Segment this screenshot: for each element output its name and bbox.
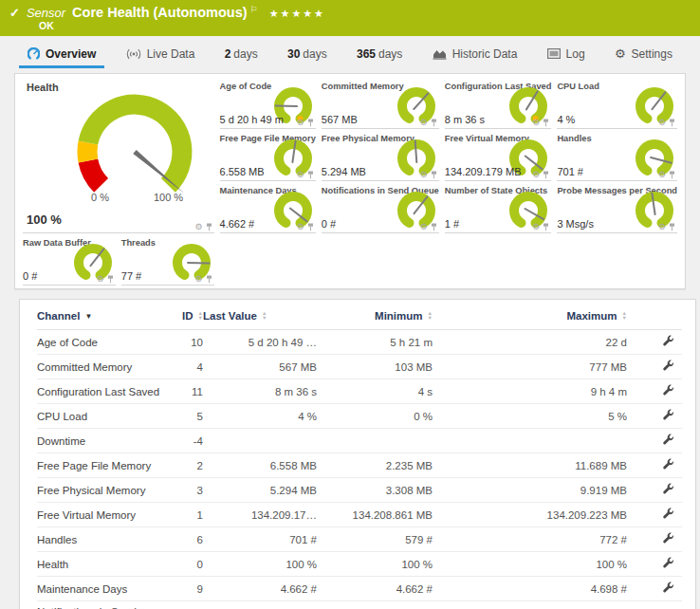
cell-actions — [627, 577, 682, 601]
cell-channel: Age of Code — [37, 330, 170, 355]
cell-channel: Configuration Last Saved — [37, 379, 170, 404]
pin-icon[interactable] — [669, 119, 675, 127]
gauge-panel-age-of-code[interactable]: Age of Code5 d 20 h 49 m⚙ — [220, 80, 316, 129]
pin-icon[interactable] — [543, 171, 549, 179]
health-gauge-panel[interactable]: Health 0 % 100 % 100 % ⚙ — [23, 80, 214, 233]
cell-channel: Free Virtual Memory — [37, 503, 170, 527]
cell-maximum: 9 h 4 m — [433, 379, 627, 404]
cell-minimum: 2.235 MB — [317, 453, 433, 478]
pin-icon[interactable] — [307, 223, 314, 231]
gauge-icon — [28, 47, 40, 60]
tab-live-data[interactable]: Live Data — [121, 36, 200, 71]
cell-actions — [627, 429, 682, 453]
gear-icon[interactable]: ⚙ — [532, 223, 540, 231]
channel-settings-wrench-icon[interactable] — [662, 508, 674, 520]
channel-settings-wrench-icon[interactable] — [662, 335, 674, 347]
pin-icon[interactable] — [543, 223, 549, 231]
cell-id: 6 — [170, 527, 203, 552]
gear-icon[interactable]: ⚙ — [658, 171, 666, 179]
pin-icon[interactable] — [206, 223, 212, 231]
tab-overview[interactable]: Overview — [23, 36, 101, 71]
pin-icon[interactable] — [206, 275, 212, 284]
gear-icon[interactable]: ⚙ — [297, 223, 304, 231]
cell-last-value: 6.558 MB — [203, 453, 317, 478]
gauge-needle — [188, 263, 210, 264]
gauge-panel-free-virtual-memory[interactable]: Free Virtual Memory134.209.179 MB⚙ — [445, 132, 552, 181]
channel-settings-wrench-icon[interactable] — [662, 384, 674, 397]
channel-settings-wrench-icon[interactable] — [662, 458, 674, 471]
table-row: Free Physical Memory35.294 MB3.308 MB9.9… — [37, 478, 682, 503]
gear-icon[interactable]: ⚙ — [420, 171, 428, 179]
status-check-icon: ✓ — [9, 6, 20, 20]
gauge-value: 701 # — [557, 166, 583, 177]
gauge-panel-configuration-last-saved[interactable]: Configuration Last Saved8 m 36 s⚙ — [445, 80, 552, 129]
tab-historic-data[interactable]: Historic Data — [428, 36, 523, 71]
table-header-row: Channel▼ID▲▼Last Value▲▼Minimum▲▼Maximum… — [37, 302, 682, 330]
gear-icon[interactable]: ⚙ — [297, 171, 304, 179]
pin-icon[interactable] — [107, 275, 114, 284]
channel-settings-wrench-icon[interactable] — [662, 483, 674, 495]
channel-settings-wrench-icon[interactable] — [662, 581, 674, 594]
gear-icon[interactable]: ⚙ — [194, 223, 202, 231]
log-icon — [547, 48, 561, 59]
pin-icon[interactable] — [431, 119, 437, 127]
gauge-value: 5 d 20 h 49 m — [220, 114, 284, 125]
gauge-panel-free-physical-memory[interactable]: Free Physical Memory5.294 MB⚙ — [322, 132, 439, 181]
pin-icon[interactable] — [543, 119, 549, 127]
gear-icon[interactable]: ⚙ — [420, 119, 428, 127]
sensor-status-header: ✓ Sensor Core Health (Autonomous) ⚐ ★★★★… — [0, 0, 700, 36]
cell-last-value: 0 # — [203, 601, 317, 609]
cell-last-value — [203, 429, 317, 453]
gauge-panel-free-page-file-memory[interactable]: Free Page File Memory6.558 MB⚙ — [220, 132, 316, 181]
tab-label: Overview — [46, 47, 96, 61]
flag-icon[interactable]: ⚐ — [250, 5, 258, 14]
column-header-id[interactable]: ID▲▼ — [170, 302, 203, 330]
sort-icon: ▲▼ — [622, 311, 627, 320]
gear-icon[interactable]: ⚙ — [97, 275, 104, 284]
gauge-panel-raw-data-buffer[interactable]: Raw Data Buffer0 #⚙ — [23, 236, 116, 286]
column-header-minimum[interactable]: Minimum▲▼ — [317, 302, 433, 330]
tab-2-days[interactable]: 2days — [220, 36, 263, 71]
sort-icon: ▲▼ — [428, 311, 433, 320]
channel-settings-wrench-icon[interactable] — [662, 360, 674, 372]
table-row: Handles6701 #579 #772 # — [37, 527, 682, 552]
gear-icon[interactable]: ⚙ — [194, 275, 202, 284]
gauge-panel-number-of-state-objects[interactable]: Number of State Objects1 #⚙ — [445, 184, 552, 233]
channel-settings-wrench-icon[interactable] — [662, 409, 674, 421]
gear-icon[interactable]: ⚙ — [420, 223, 428, 231]
cell-actions — [627, 330, 682, 355]
pin-icon[interactable] — [307, 119, 314, 127]
gear-icon[interactable]: ⚙ — [297, 119, 304, 127]
gear-icon[interactable]: ⚙ — [532, 119, 540, 127]
tab-settings[interactable]: ⚙Settings — [610, 36, 677, 71]
column-header-last-value[interactable]: Last Value▲▼ — [203, 302, 317, 330]
tab-30-days[interactable]: 30days — [283, 36, 332, 71]
gauge-panel-probe-messages-per-second[interactable]: Probe Messages per Second3 Msg/s⚙ — [557, 184, 677, 233]
gauge-panel-maintenance-days[interactable]: Maintenance Days4.662 #⚙ — [220, 184, 316, 233]
cell-maximum: 777 MB — [433, 355, 627, 379]
gauge-panel-notifications-in-send-queue[interactable]: Notifications in Send Queue0 #⚙ — [322, 184, 439, 233]
channel-settings-wrench-icon[interactable] — [662, 434, 674, 446]
gauge-panel-handles[interactable]: Handles701 #⚙ — [557, 132, 677, 181]
gear-icon[interactable]: ⚙ — [658, 223, 666, 231]
gauge-panel-committed-memory[interactable]: Committed Memory567 MB⚙ — [322, 80, 439, 129]
pin-icon[interactable] — [669, 171, 675, 179]
pin-icon[interactable] — [307, 171, 314, 179]
tab-log[interactable]: Log — [543, 36, 590, 71]
column-label: Channel — [37, 310, 80, 322]
gauge-panel-cpu-load[interactable]: CPU Load4 %⚙ — [557, 80, 677, 129]
gauge-value: 6.558 MB — [220, 166, 265, 177]
priority-stars[interactable]: ★★★★★ — [269, 8, 325, 20]
channel-settings-wrench-icon[interactable] — [662, 557, 674, 569]
column-header-channel[interactable]: Channel▼ — [37, 302, 170, 330]
channel-settings-wrench-icon[interactable] — [662, 532, 674, 544]
pin-icon[interactable] — [431, 223, 437, 231]
gear-icon[interactable]: ⚙ — [532, 171, 540, 179]
overview-panel: Health 0 % 100 % 100 % ⚙ Age of Code5 d … — [14, 73, 686, 289]
pin-icon[interactable] — [431, 171, 437, 179]
gauge-panel-threads[interactable]: Threads77 #⚙ — [121, 236, 214, 286]
tab-365-days[interactable]: 365days — [352, 36, 407, 71]
pin-icon[interactable] — [669, 223, 675, 231]
gear-icon[interactable]: ⚙ — [658, 119, 666, 127]
column-header-maximum[interactable]: Maximum▲▼ — [433, 302, 627, 330]
